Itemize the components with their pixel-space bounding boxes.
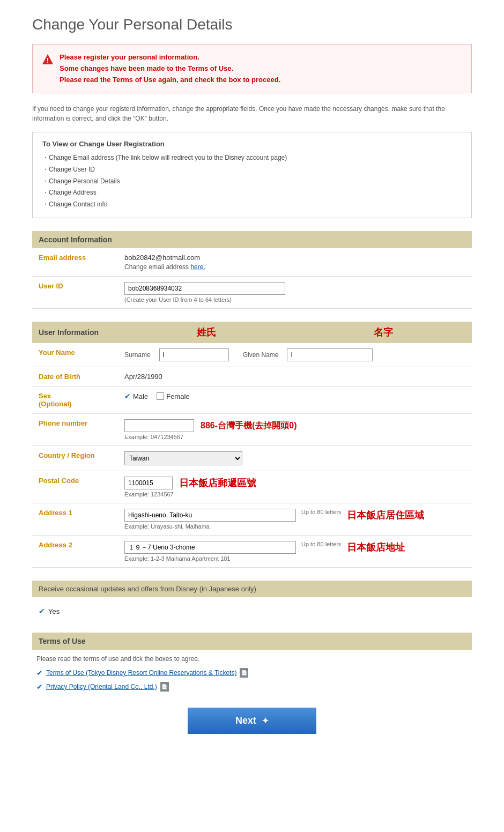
phone-input[interactable] bbox=[124, 419, 194, 432]
next-button-row: Next ✦ bbox=[32, 708, 472, 734]
name-inputs: Surname Given Name bbox=[124, 348, 465, 361]
list-item: Change User ID bbox=[42, 164, 462, 176]
country-value-cell: Taiwan bbox=[118, 446, 472, 471]
givenname-input[interactable] bbox=[287, 348, 373, 361]
addr1-value-cell: Up to 80 letters 日本飯店居住區域 Example: Uraya… bbox=[118, 503, 472, 536]
addr2-annotation: 日本飯店地址 bbox=[347, 541, 405, 554]
addr2-hint: Example: 1-2-3 Maihama Apartment 101 bbox=[124, 555, 465, 562]
sex-value-cell: ✔ Male Female bbox=[118, 387, 472, 414]
addr2-row: Address 2 Up to 80 letters 日本飯店地址 Exampl… bbox=[32, 536, 472, 568]
surname-col-header: 姓氏 bbox=[118, 322, 295, 343]
name-label: Your Name bbox=[32, 343, 118, 367]
addr2-label: Address 2 bbox=[32, 536, 118, 568]
yes-checkbox-row[interactable]: ✔ Yes bbox=[39, 607, 465, 615]
female-label: Female bbox=[166, 392, 189, 400]
terms-check2-icon: ✔ bbox=[36, 682, 43, 691]
alert-line3: Please read the Terms of Use again, and … bbox=[60, 75, 280, 86]
account-section-header: Account Information bbox=[32, 231, 472, 248]
page-title: Change Your Personal Details bbox=[32, 16, 472, 33]
sex-radio-group: ✔ Male Female bbox=[124, 392, 465, 400]
sex-row: Sex (Optional) ✔ Male Female bbox=[32, 387, 472, 414]
phone-input-row: 886-台灣手機(去掉開頭0) bbox=[124, 419, 465, 432]
yes-label: Yes bbox=[48, 607, 60, 615]
addr1-row: Address 1 Up to 80 letters 日本飯店居住區域 Exam… bbox=[32, 503, 472, 536]
alert-line2: Some changes have been made to the Terms… bbox=[60, 63, 280, 75]
postal-value-cell: 日本飯店郵遞區號 Example: 1234567 bbox=[118, 471, 472, 503]
updates-section: Receive occasional updates and offers fr… bbox=[32, 581, 472, 620]
addr1-annotation: 日本飯店居住區域 bbox=[347, 509, 424, 522]
name-row: Your Name Surname Given Name bbox=[32, 343, 472, 367]
addr1-label: Address 1 bbox=[32, 503, 118, 536]
addr1-input[interactable] bbox=[124, 509, 296, 522]
addr2-input-row: Up to 80 letters 日本飯店地址 bbox=[124, 541, 465, 554]
postal-input[interactable] bbox=[124, 477, 173, 489]
phone-annotation: 886-台灣手機(去掉開頭0) bbox=[201, 420, 297, 432]
postal-input-row: 日本飯店郵遞區號 bbox=[124, 477, 465, 489]
country-select[interactable]: Taiwan bbox=[124, 451, 242, 465]
terms-link2[interactable]: Privacy Policy (Oriental Land Co., Ltd.) bbox=[46, 683, 157, 690]
addr2-upto: Up to 80 letters bbox=[301, 541, 342, 547]
phone-row: Phone number 886-台灣手機(去掉開頭0) Example: 04… bbox=[32, 414, 472, 446]
given-col-header: 名字 bbox=[295, 322, 472, 343]
userid-value-cell: (Create your User ID from 4 to 64 letter… bbox=[118, 277, 472, 309]
givenname-label-text: Given Name bbox=[243, 351, 279, 359]
list-item: Change Address bbox=[42, 187, 462, 199]
addr2-input[interactable] bbox=[124, 541, 296, 554]
surname-input[interactable] bbox=[159, 348, 229, 361]
addr1-hint: Example: Urayasu-shi, Maihama bbox=[124, 523, 465, 530]
postal-annotation: 日本飯店郵遞區號 bbox=[179, 477, 256, 489]
terms-note: Please read the terms of use and tick th… bbox=[36, 655, 468, 663]
male-label: Male bbox=[133, 392, 148, 400]
terms-link1[interactable]: Terms of Use (Tokyo Disney Resort Online… bbox=[46, 669, 236, 677]
name-value-cell: Surname Given Name bbox=[118, 343, 472, 367]
terms-section: Terms of Use Please read the terms of us… bbox=[32, 633, 472, 692]
next-button[interactable]: Next ✦ bbox=[188, 708, 316, 734]
terms-doc1-icon: 📄 bbox=[240, 668, 248, 678]
dob-label: Date of Birth bbox=[32, 367, 118, 387]
email-change-text: Change email address here. bbox=[124, 263, 465, 271]
terms-link2-row: ✔ Privacy Policy (Oriental Land Co., Ltd… bbox=[36, 682, 468, 692]
yes-checkmark-icon: ✔ bbox=[39, 607, 45, 615]
list-item: Change Contact info bbox=[42, 199, 462, 211]
female-option[interactable]: Female bbox=[157, 392, 189, 400]
male-option[interactable]: ✔ Male bbox=[124, 392, 148, 400]
userid-row: User ID (Create your User ID from 4 to 6… bbox=[32, 277, 472, 309]
dob-row: Date of Birth Apr/28/1990 bbox=[32, 367, 472, 387]
account-section: Account Information Email address bob208… bbox=[32, 231, 472, 309]
userid-label: User ID bbox=[32, 277, 118, 309]
phone-value-cell: 886-台灣手機(去掉開頭0) Example: 0471234567 bbox=[118, 414, 472, 446]
alert-text: Please register your personal informatio… bbox=[60, 52, 280, 85]
updates-content: ✔ Yes bbox=[32, 603, 472, 620]
svg-text:!: ! bbox=[47, 56, 49, 64]
intro-text: If you need to change your registerd inf… bbox=[32, 104, 472, 123]
email-value-cell: bob20842@hotmail.com Change email addres… bbox=[118, 248, 472, 277]
userid-input[interactable] bbox=[124, 282, 285, 295]
email-label: Email address bbox=[32, 248, 118, 277]
country-row: Country / Region Taiwan bbox=[32, 446, 472, 471]
next-label: Next bbox=[235, 715, 256, 726]
userid-hint: (Create your User ID from 4 to 64 letter… bbox=[124, 296, 465, 303]
addr2-value-cell: Up to 80 letters 日本飯店地址 Example: 1-2-3 M… bbox=[118, 536, 472, 568]
terms-check1-icon: ✔ bbox=[36, 668, 43, 677]
info-box-list: Change Email address (The link below wil… bbox=[42, 152, 462, 210]
checkbox-empty bbox=[157, 392, 164, 400]
postal-row: Postal Code 日本飯店郵遞區號 Example: 1234567 bbox=[32, 471, 472, 503]
user-section: User Information 姓氏 名字 Your Name Surname… bbox=[32, 322, 472, 568]
terms-header: Terms of Use bbox=[32, 633, 472, 650]
updates-header: Receive occasional updates and offers fr… bbox=[32, 581, 472, 597]
phone-hint: Example: 0471234567 bbox=[124, 434, 465, 440]
addr1-input-row: Up to 80 letters 日本飯店居住區域 bbox=[124, 509, 465, 522]
terms-content: Please read the terms of use and tick th… bbox=[32, 655, 472, 692]
addr1-upto: Up to 80 letters bbox=[301, 509, 342, 515]
checkmark-icon: ✔ bbox=[124, 392, 131, 400]
postal-hint: Example: 1234567 bbox=[124, 491, 465, 497]
list-item: Change Personal Details bbox=[42, 176, 462, 188]
dob-value: Apr/28/1990 bbox=[118, 367, 472, 387]
info-box-title: To View or Change User Registration bbox=[42, 140, 462, 148]
terms-doc2-icon: 📄 bbox=[160, 682, 169, 692]
surname-label-text: Surname bbox=[124, 351, 151, 359]
terms-link1-row: ✔ Terms of Use (Tokyo Disney Resort Onli… bbox=[36, 668, 468, 678]
email-change-link[interactable]: here. bbox=[190, 263, 205, 271]
warning-icon: ! bbox=[41, 53, 54, 66]
alert-line1: Please register your personal informatio… bbox=[60, 52, 280, 63]
